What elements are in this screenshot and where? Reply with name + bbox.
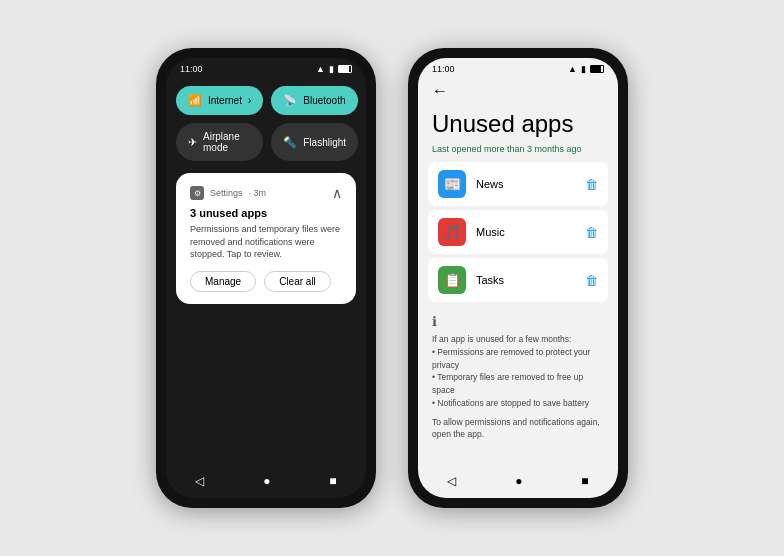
info-icon-row: ℹ xyxy=(432,314,604,329)
app-row-news[interactable]: 📰 News 🗑 xyxy=(428,162,608,206)
info-section: ℹ If an app is unused for a few months: … xyxy=(418,306,618,441)
tile-airplane[interactable]: ✈ Airplane mode xyxy=(176,123,263,161)
signal-icon-2: ▮ xyxy=(581,64,586,74)
battery-icon-2 xyxy=(590,65,604,73)
status-icons-2: ▲ ▮ xyxy=(568,64,604,74)
tile-flashlight-label: Flashlight xyxy=(303,137,346,148)
qs-tiles: 📶 Internet › 📡 Bluetooth ✈ Airplane mode… xyxy=(166,78,366,169)
notif-app-name: Settings xyxy=(210,188,243,198)
tile-internet[interactable]: 📶 Internet › xyxy=(176,86,263,115)
back-button[interactable]: ← xyxy=(418,78,618,106)
delete-news-icon[interactable]: 🗑 xyxy=(585,177,598,192)
notif-title: 3 unused apps xyxy=(190,207,342,219)
notif-time: · 3m xyxy=(249,188,267,198)
wifi-icon-2: ▲ xyxy=(568,64,577,74)
home-nav-2[interactable]: ● xyxy=(515,474,522,488)
phone-1: 11:00 ▲ ▮ 📶 Internet › 📡 Bluetooth xyxy=(156,48,376,508)
status-bar-2: 11:00 ▲ ▮ xyxy=(418,58,618,78)
time-2: 11:00 xyxy=(432,64,455,74)
music-label: Music xyxy=(476,226,585,238)
tile-internet-arrow: › xyxy=(248,95,251,106)
time-1: 11:00 xyxy=(180,64,203,74)
manage-button[interactable]: Manage xyxy=(190,271,256,292)
info-header-text: If an app is unused for a few months: xyxy=(432,333,604,346)
tile-flashlight[interactable]: 🔦 Flashlight xyxy=(271,123,358,161)
delete-music-icon[interactable]: 🗑 xyxy=(585,225,598,240)
notif-actions: Manage Clear all xyxy=(190,271,342,292)
phone2-screen: 11:00 ▲ ▮ ← Unused apps Last opened more… xyxy=(418,58,618,498)
expand-icon[interactable]: ∧ xyxy=(332,185,342,201)
bt-qs-icon: 📡 xyxy=(283,94,297,107)
info-bullet-2: • Temporary files are removed to free up… xyxy=(432,371,604,397)
wifi-qs-icon: 📶 xyxy=(188,94,202,107)
nav-bar-1: ◁ ● ■ xyxy=(166,466,366,498)
tile-bluetooth[interactable]: 📡 Bluetooth xyxy=(271,86,358,115)
last-opened-subtitle: Last opened more than 3 months ago xyxy=(418,144,618,162)
notif-app-info: ⚙ Settings · 3m xyxy=(190,186,266,200)
tasks-icon: 📋 xyxy=(438,266,466,294)
flashlight-qs-icon: 🔦 xyxy=(283,136,297,149)
tile-airplane-label: Airplane mode xyxy=(203,131,251,153)
nav-bar-2: ◁ ● ■ xyxy=(418,466,618,498)
signal-icon: ▮ xyxy=(329,64,334,74)
notification-card[interactable]: ⚙ Settings · 3m ∧ 3 unused apps Permissi… xyxy=(176,173,356,304)
clear-all-button[interactable]: Clear all xyxy=(264,271,331,292)
recents-nav-1[interactable]: ■ xyxy=(329,474,336,488)
wifi-icon: ▲ xyxy=(316,64,325,74)
info-bullet-1: • Permissions are removed to protect you… xyxy=(432,346,604,372)
app-row-music[interactable]: 🎵 Music 🗑 xyxy=(428,210,608,254)
info-icon: ℹ xyxy=(432,314,437,329)
recents-nav-2[interactable]: ■ xyxy=(581,474,588,488)
news-label: News xyxy=(476,178,585,190)
music-icon: 🎵 xyxy=(438,218,466,246)
info-bullet-3: • Notifications are stopped to save batt… xyxy=(432,397,604,410)
status-bar-1: 11:00 ▲ ▮ xyxy=(166,58,366,78)
delete-tasks-icon[interactable]: 🗑 xyxy=(585,273,598,288)
info-footer-text: To allow permissions and notifications a… xyxy=(432,416,604,442)
app-row-tasks[interactable]: 📋 Tasks 🗑 xyxy=(428,258,608,302)
back-nav-1[interactable]: ◁ xyxy=(195,474,204,488)
battery-icon xyxy=(338,65,352,73)
tile-bluetooth-label: Bluetooth xyxy=(303,95,345,106)
notif-header: ⚙ Settings · 3m ∧ xyxy=(190,185,342,201)
app-list: 📰 News 🗑 🎵 Music 🗑 📋 Tasks 🗑 xyxy=(418,162,618,306)
back-nav-2[interactable]: ◁ xyxy=(447,474,456,488)
airplane-qs-icon: ✈ xyxy=(188,136,197,149)
status-icons-1: ▲ ▮ xyxy=(316,64,352,74)
notif-body: Permissions and temporary files were rem… xyxy=(190,223,342,261)
tile-internet-label: Internet xyxy=(208,95,242,106)
home-nav-1[interactable]: ● xyxy=(263,474,270,488)
phone1-screen: 11:00 ▲ ▮ 📶 Internet › 📡 Bluetooth xyxy=(166,58,366,498)
settings-app-icon: ⚙ xyxy=(190,186,204,200)
news-icon: 📰 xyxy=(438,170,466,198)
page-title: Unused apps xyxy=(418,106,618,144)
phone-2: 11:00 ▲ ▮ ← Unused apps Last opened more… xyxy=(408,48,628,508)
tasks-label: Tasks xyxy=(476,274,585,286)
